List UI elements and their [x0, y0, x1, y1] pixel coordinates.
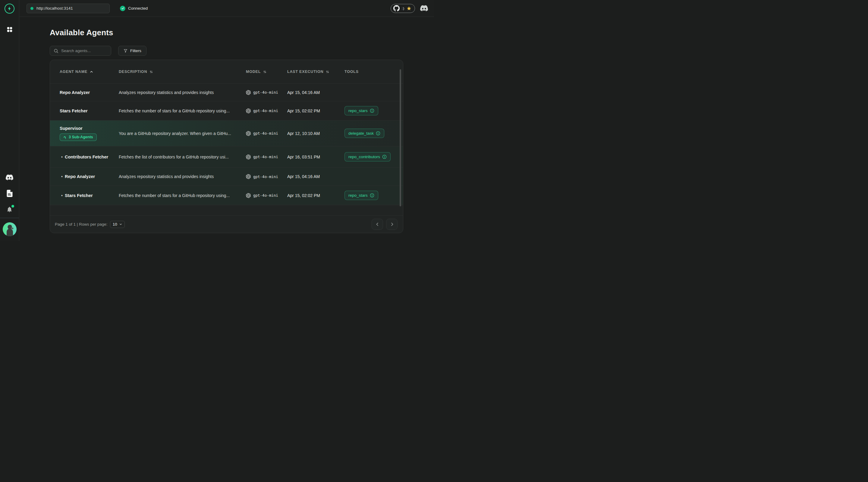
agent-name: Repo Analyzer — [60, 90, 90, 95]
column-header-tools: TOOLS — [344, 70, 391, 74]
agent-model: gpt-4o-mini — [253, 108, 278, 113]
tool-chip[interactable]: repo_contributors — [344, 152, 391, 161]
discord-icon — [6, 174, 13, 181]
agents-table-card: AGENT NAMEDESCRIPTIONMODELLAST EXECUTION… — [50, 60, 403, 233]
column-header-model[interactable]: MODEL — [246, 70, 287, 74]
info-circle-icon — [370, 108, 374, 113]
agent-model: gpt-4o-mini — [253, 174, 278, 179]
agent-description: You are a GitHub repository analyzer. Wh… — [119, 131, 246, 136]
github-star-badge[interactable]: :) — [391, 4, 415, 13]
app-logo[interactable] — [4, 4, 14, 13]
table-body: Repo AnalyzerAnalyzes repository statist… — [50, 84, 403, 205]
server-url-input[interactable] — [36, 6, 106, 10]
agent-model: gpt-4o-mini — [253, 155, 278, 159]
main-content: Available Agents Filters AGENT NAMEDESCR… — [19, 17, 434, 241]
agent-name-cell: Repo Analyzer — [60, 90, 119, 95]
sidebar-item-docs[interactable] — [6, 190, 13, 197]
agent-last-execution: Apr 15, 02:02 PM — [287, 108, 344, 113]
table-row[interactable]: •Repo AnalyzerAnalyzes repository statis… — [50, 167, 403, 186]
table-row[interactable]: •Stars FetcherFetches the number of star… — [50, 186, 403, 205]
info-circle-icon — [382, 155, 387, 159]
chevron-left-icon — [375, 222, 380, 227]
column-header-label: DESCRIPTION — [119, 70, 147, 74]
info-circle-icon — [376, 131, 380, 135]
table-row[interactable]: Supervisor3 Sub-AgentsYou are a GitHub r… — [50, 120, 403, 146]
table-row[interactable]: •Contributors FetcherFetches the list of… — [50, 146, 403, 167]
bolt-icon — [7, 6, 12, 11]
agent-model-cell: gpt-4o-mini — [246, 193, 287, 198]
column-header-description[interactable]: DESCRIPTION — [119, 70, 246, 74]
agent-description: Analyzes repository statistics and provi… — [119, 90, 246, 95]
tool-name: repo_contributors — [348, 155, 380, 159]
column-header-label: MODEL — [246, 70, 261, 74]
agent-description: Fetches the number of stars for a GitHub… — [119, 193, 246, 198]
table-header-row: AGENT NAMEDESCRIPTIONMODELLAST EXECUTION… — [50, 60, 403, 84]
sort-arrows-icon — [326, 70, 330, 74]
filters-button[interactable]: Filters — [118, 46, 147, 56]
table-row[interactable]: Stars FetcherFetches the number of stars… — [50, 101, 403, 120]
column-header-last-execution[interactable]: LAST EXECUTION — [287, 70, 344, 74]
page-title: Available Agents — [50, 28, 403, 37]
notification-dot — [11, 205, 14, 207]
agent-description: Fetches the number of stars for a GitHub… — [119, 108, 246, 113]
vertical-scrollbar[interactable] — [400, 69, 401, 206]
rows-per-page-value: 10 — [113, 222, 117, 227]
chevron-right-icon — [390, 222, 395, 227]
agent-name: Supervisor — [60, 126, 83, 131]
chevron-up-icon — [90, 70, 93, 74]
agent-model: gpt-4o-mini — [253, 90, 278, 95]
agent-tools-cell: repo_stars — [344, 191, 391, 200]
agent-last-execution: Apr 16, 03:51 PM — [287, 155, 344, 159]
search-box[interactable] — [50, 46, 111, 56]
sidebar-item-dashboard[interactable] — [6, 26, 13, 33]
search-input[interactable] — [61, 49, 107, 53]
openai-icon — [246, 155, 251, 159]
table-footer: Page 1 of 1 | Rows per page: 10 — [50, 215, 403, 233]
tool-chip[interactable]: repo_stars — [344, 106, 378, 116]
server-url-box[interactable] — [27, 4, 110, 13]
next-page-button[interactable] — [386, 219, 398, 230]
column-header-label: LAST EXECUTION — [287, 70, 323, 74]
agent-name-cell: •Contributors Fetcher — [60, 155, 119, 159]
sort-arrows-icon — [263, 70, 267, 74]
agent-model-cell: gpt-4o-mini — [246, 108, 287, 113]
agent-name-cell: Supervisor3 Sub-Agents — [60, 126, 119, 141]
openai-icon — [246, 108, 251, 113]
topbar: Connected :) — [19, 0, 434, 17]
column-header-agent-name[interactable]: AGENT NAME — [60, 70, 119, 74]
tool-chip[interactable]: repo_stars — [344, 191, 378, 200]
sidebar-item-notifications[interactable] — [6, 206, 13, 213]
table-row[interactable]: Repo AnalyzerAnalyzes repository statist… — [50, 84, 403, 101]
person-silhouette-icon — [3, 222, 17, 236]
openai-icon — [246, 174, 251, 179]
agent-model-cell: gpt-4o-mini — [246, 131, 287, 136]
sidebar-item-discord[interactable] — [6, 174, 13, 181]
agent-name: Stars Fetcher — [60, 108, 88, 113]
filters-button-label: Filters — [130, 49, 141, 53]
sub-agent-bullet: • — [61, 193, 63, 198]
agent-model: gpt-4o-mini — [253, 193, 278, 198]
document-icon — [6, 190, 13, 197]
agent-model: gpt-4o-mini — [253, 131, 278, 135]
user-avatar[interactable] — [3, 222, 17, 236]
agent-name-cell: •Stars Fetcher — [60, 193, 119, 198]
rows-per-page-select[interactable]: 10 — [110, 221, 125, 228]
filter-funnel-icon — [123, 49, 128, 53]
agent-name-cell: Stars Fetcher — [60, 108, 119, 113]
tool-chip[interactable]: delegate_task — [344, 129, 384, 138]
chevron-down-icon — [119, 223, 122, 226]
agent-model-cell: gpt-4o-mini — [246, 155, 287, 159]
pagination-info: Page 1 of 1 | Rows per page: 10 — [55, 221, 125, 228]
sub-agent-bullet: • — [61, 174, 63, 179]
sub-agents-toggle[interactable]: 3 Sub-Agents — [60, 133, 97, 141]
agent-tools-cell: delegate_task — [344, 129, 391, 138]
connection-status: Connected — [120, 6, 148, 11]
agent-description: Fetches the list of contributors for a G… — [119, 155, 246, 159]
previous-page-button[interactable] — [372, 219, 383, 230]
discord-icon[interactable] — [420, 5, 428, 11]
tool-name: repo_stars — [348, 108, 368, 113]
openai-icon — [246, 90, 251, 95]
column-header-label: AGENT NAME — [60, 70, 87, 74]
github-icon — [393, 5, 400, 11]
sidebar-divider — [0, 218, 19, 218]
